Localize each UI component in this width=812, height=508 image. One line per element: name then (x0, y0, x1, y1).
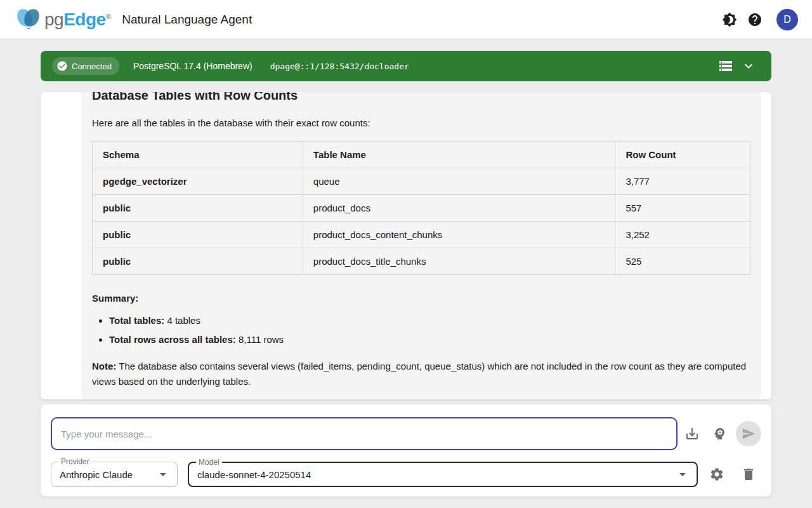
user-avatar[interactable]: D (776, 9, 798, 30)
note-label: Note: (92, 361, 116, 371)
chat-scroll-area[interactable]: Database Tables with Row Counts Here are… (41, 92, 771, 399)
summary-heading: Summary: (92, 291, 750, 305)
message-intro: Here are all the tables in the database … (92, 116, 750, 130)
model-select[interactable]: Model claude-sonnet-4-20250514 (188, 462, 698, 487)
provider-select-label: Provider (58, 457, 92, 466)
brightness-icon (722, 12, 737, 27)
note-text: The database also contains several views… (92, 361, 746, 387)
message-heading: Database Tables with Row Counts (92, 92, 750, 104)
column-header-table-name: Table Name (303, 141, 615, 168)
column-header-schema: Schema (93, 141, 303, 168)
send-button[interactable] (736, 421, 761, 446)
table-row: public product_docs_content_chunks 3,252 (93, 221, 750, 248)
connection-string: dpage@::1/128:5432/docloader (270, 62, 409, 71)
pgedge-heart-icon (14, 6, 43, 33)
connection-list-button[interactable] (714, 55, 737, 77)
connection-bar: Connected PostgreSQL 17.4 (Homebrew) dpa… (41, 51, 771, 81)
server-version-label: PostgreSQL 17.4 (Homebrew) (133, 61, 252, 71)
chevron-down-icon (741, 58, 756, 74)
table-row: pgedge_vectorizer queue 3,777 (93, 168, 750, 194)
gear-icon (709, 467, 724, 482)
collapse-connection-button[interactable] (737, 55, 760, 77)
row-count-cell: 3,252 (615, 221, 750, 248)
summary-list: Total tables: 4 tables Total rows across… (109, 314, 750, 346)
psychology-icon (712, 426, 727, 441)
row-count-cell: 557 (615, 194, 750, 221)
row-count-cell: 525 (615, 248, 750, 274)
schema-cell: public (93, 248, 303, 274)
note-paragraph: Note: The database also contains several… (92, 359, 750, 389)
connection-status-badge: Connected (52, 57, 119, 75)
row-count-cell: 3,777 (615, 168, 750, 194)
dropdown-arrow-icon (675, 467, 690, 482)
model-select-label: Model (196, 458, 222, 467)
schema-cell: pgedge_vectorizer (93, 168, 303, 194)
table-name-cell: product_docs_title_chunks (303, 248, 615, 274)
help-button[interactable] (742, 7, 768, 32)
message-input[interactable] (51, 417, 678, 450)
schema-cell: public (93, 221, 303, 248)
schema-cell: public (93, 194, 303, 221)
clear-chat-button[interactable] (736, 462, 761, 487)
table-name-cell: queue (303, 168, 615, 194)
list-item: Total rows across all tables: 8,111 rows (109, 333, 750, 346)
summary-item-label: Total tables: (109, 315, 164, 326)
summary-item-value: 8,111 rows (236, 334, 284, 345)
reasoning-button[interactable] (707, 421, 732, 446)
model-select-value: claude-sonnet-4-20250514 (197, 469, 311, 480)
summary-item-value: 4 tables (164, 315, 200, 326)
list-item: Total tables: 4 tables (109, 314, 750, 327)
summary-item-label: Total rows across all tables: (109, 334, 236, 345)
check-circle-icon (56, 60, 68, 72)
theme-toggle-button[interactable] (717, 7, 742, 32)
help-icon (747, 12, 763, 27)
pgedge-logo-text: pgEdge® (44, 10, 110, 30)
table-header-row: Schema Table Name Row Count (93, 141, 750, 168)
table-name-cell: product_docs_content_chunks (303, 221, 615, 248)
download-icon (684, 426, 700, 441)
trash-icon (741, 467, 756, 482)
page-title: Natural Language Agent (122, 13, 252, 27)
settings-button[interactable] (704, 462, 730, 487)
column-header-row-count: Row Count (615, 141, 750, 168)
provider-select[interactable]: Provider Anthropic Claude (51, 462, 178, 487)
send-icon (742, 427, 756, 441)
composer-panel: Provider Anthropic Claude Model claude-s… (41, 404, 771, 497)
provider-select-value: Anthropic Claude (60, 469, 133, 480)
table-name-cell: product_docs (303, 194, 615, 221)
dropdown-arrow-icon (155, 467, 171, 482)
table-row: public product_docs_title_chunks 525 (93, 248, 750, 274)
row-counts-table: Schema Table Name Row Count pgedge_vecto… (92, 141, 750, 275)
app-header: pgEdge® Natural Language Agent D (0, 0, 812, 39)
storage-list-icon (718, 58, 733, 74)
connection-status-label: Connected (72, 62, 112, 71)
download-button[interactable] (679, 421, 705, 446)
table-row: public product_docs 557 (93, 194, 750, 221)
assistant-message: Database Tables with Row Counts Here are… (81, 92, 761, 399)
pgedge-logo[interactable]: pgEdge® (14, 6, 110, 33)
